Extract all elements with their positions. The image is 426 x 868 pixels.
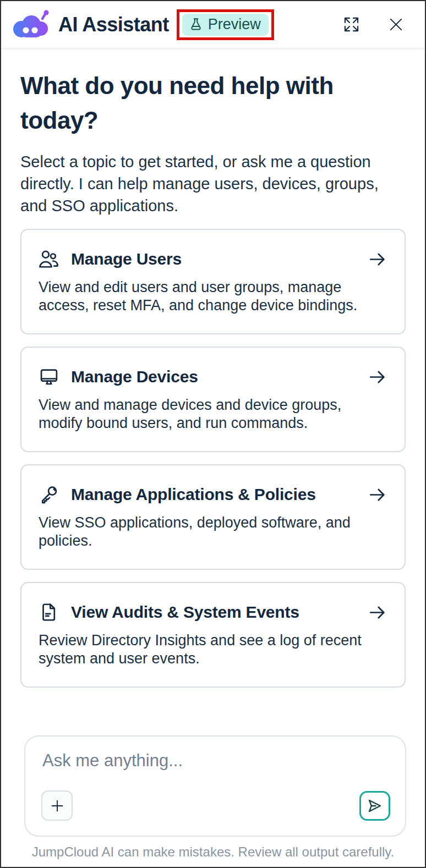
page-title: What do you need help with today? xyxy=(20,68,340,138)
red-annotation-box: Preview xyxy=(177,9,274,40)
send-icon xyxy=(366,797,384,815)
card-head: Manage Users xyxy=(39,249,387,270)
card-description: Review Directory Insights and see a log … xyxy=(39,631,387,668)
card-title: Manage Applications & Policies xyxy=(71,485,356,504)
close-button[interactable] xyxy=(387,15,405,34)
app-title: AI Assistant xyxy=(58,13,169,36)
topic-card-manage-applications[interactable]: Manage Applications & Policies View SSO … xyxy=(20,464,406,570)
card-title: Manage Devices xyxy=(71,367,356,386)
arrow-right-icon xyxy=(367,602,387,623)
page-subtitle: Select a topic to get started, or ask me… xyxy=(20,151,406,217)
card-title: View Audits & System Events xyxy=(71,603,356,622)
card-description: View SSO applications, deployed software… xyxy=(39,514,387,550)
arrow-right-icon xyxy=(367,485,387,505)
topic-card-manage-users[interactable]: Manage Users View and edit users and use… xyxy=(20,229,406,334)
disclaimer-text: JumpCloud AI can make mistakes. Review a… xyxy=(1,844,425,860)
jumpcloud-ai-logo xyxy=(9,8,54,41)
card-head: View Audits & System Events xyxy=(39,602,387,623)
topic-card-view-audits[interactable]: View Audits & System Events Review Direc… xyxy=(20,582,406,688)
message-input[interactable] xyxy=(42,751,388,785)
topic-card-manage-devices[interactable]: Manage Devices View and manage devices a… xyxy=(20,347,406,452)
monitor-icon xyxy=(39,366,59,387)
expand-icon xyxy=(342,15,361,34)
expand-button[interactable] xyxy=(342,15,361,34)
preview-badge: Preview xyxy=(182,14,269,36)
ai-assistant-panel: AI Assistant Preview xyxy=(0,0,426,868)
card-head: Manage Applications & Policies xyxy=(39,484,387,505)
arrow-right-icon xyxy=(367,367,387,387)
flask-icon xyxy=(189,17,203,31)
arrow-right-icon xyxy=(367,249,387,270)
message-composer xyxy=(24,735,406,837)
preview-badge-label: Preview xyxy=(208,17,261,32)
send-button[interactable] xyxy=(359,791,390,821)
plus-icon xyxy=(49,798,65,814)
card-head: Manage Devices xyxy=(39,366,387,387)
document-icon xyxy=(39,602,59,623)
close-icon xyxy=(387,15,405,34)
attach-button[interactable] xyxy=(41,790,73,821)
card-title: Manage Users xyxy=(71,250,356,268)
card-description: View and manage devices and device group… xyxy=(39,396,387,432)
users-icon xyxy=(39,249,59,270)
key-icon xyxy=(39,484,59,505)
header: AI Assistant Preview xyxy=(1,1,425,48)
main-content: What do you need help with today? Select… xyxy=(1,48,425,688)
card-description: View and edit users and user groups, man… xyxy=(39,278,387,315)
